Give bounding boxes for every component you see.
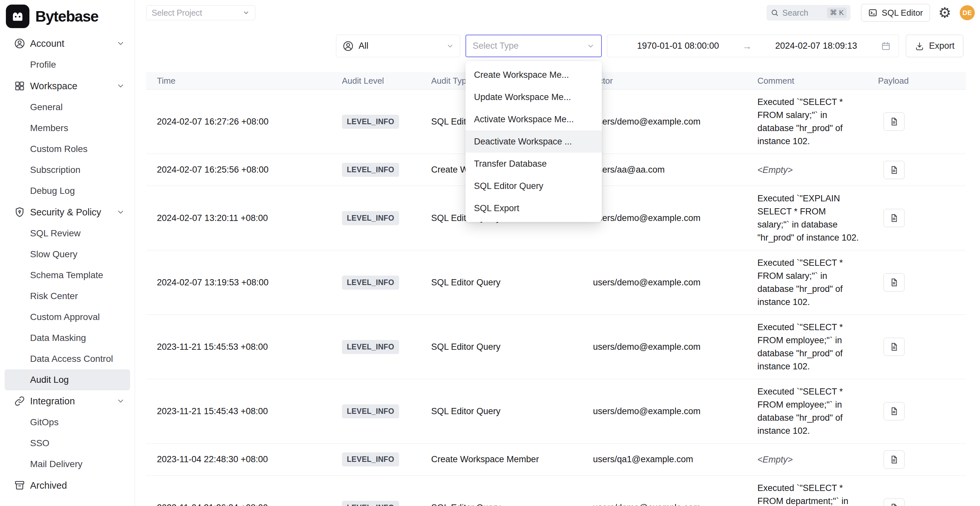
sidebar-section-account[interactable]: Account: [5, 33, 130, 54]
bytebase-logo-icon: [6, 5, 29, 28]
sidebar-item[interactable]: Custom Roles: [5, 138, 130, 159]
column-header-actor: Actor: [593, 76, 757, 86]
shield-icon: [14, 206, 25, 218]
export-label: Export: [929, 41, 955, 51]
payload-button[interactable]: [884, 450, 905, 469]
payload-button[interactable]: [884, 338, 905, 356]
cell-time: 2024-02-07 13:20:11 +08:00: [157, 213, 342, 223]
dropdown-item[interactable]: Update Workspace Me...: [466, 86, 602, 108]
cell-audit-type: SQL Editor Query: [431, 406, 593, 417]
cell-comment: <Empty>: [757, 447, 878, 472]
cell-audit-level: LEVEL_INFO: [342, 452, 431, 466]
dropdown-item[interactable]: SQL Export: [466, 197, 602, 220]
sidebar-item-label: Data Masking: [30, 333, 86, 343]
sidebar-item[interactable]: General: [5, 97, 130, 118]
sidebar-item[interactable]: Data Masking: [5, 328, 130, 348]
sql-editor-button[interactable]: SQL Editor: [861, 4, 930, 22]
sidebar-item[interactable]: Members: [5, 118, 130, 138]
cell-actor: users/aa@aa.com: [593, 165, 757, 175]
dropdown-item-label: Update Workspace Me...: [474, 92, 571, 102]
sidebar-item[interactable]: Schema Template: [5, 265, 130, 286]
cell-audit-type: SQL Editor Query: [431, 277, 593, 288]
sidebar-item[interactable]: Subscription: [5, 159, 130, 180]
dropdown-item[interactable]: Activate Workspace Me...: [466, 108, 602, 130]
export-button[interactable]: Export: [906, 35, 963, 57]
app-root: Bytebase Account Profile: [0, 0, 980, 506]
cell-time: 2024-02-07 13:19:53 +08:00: [157, 277, 342, 288]
search-input[interactable]: Search ⌘ K: [767, 5, 851, 21]
cell-comment: Executed `"SELECT * FROM salary;"` in da…: [757, 250, 878, 315]
chevron-down-icon: [116, 397, 125, 405]
sidebar-item[interactable]: SSO: [5, 433, 130, 454]
sidebar-item[interactable]: SQL Review: [5, 223, 130, 244]
dropdown-item[interactable]: Create Workspace Me...: [466, 64, 602, 86]
sidebar-item[interactable]: Mail Delivery: [5, 454, 130, 475]
table-row: 2023-11-04 22:48:30 +08:00 LEVEL_INFO Cr…: [146, 444, 966, 476]
gear-icon[interactable]: ⚙: [939, 6, 951, 20]
actor-filter-value: All: [359, 41, 368, 51]
chevron-down-icon: [116, 208, 125, 216]
cell-audit-level: LEVEL_INFO: [342, 275, 431, 290]
section-label-account: Account: [30, 38, 116, 49]
chevron-down-icon: [446, 42, 454, 50]
search-icon: [770, 8, 779, 17]
archive-icon: [14, 479, 25, 491]
cell-comment: Executed `"SELECT * FROM employee;"` in …: [757, 315, 878, 379]
type-filter-select[interactable]: Select Type Create Workspace Me... Updat…: [466, 35, 602, 57]
sidebar-item[interactable]: Slow Query: [5, 244, 130, 265]
sidebar-item[interactable]: Custom Approval: [5, 307, 130, 328]
cell-audit-level: LEVEL_INFO: [342, 340, 431, 354]
sidebar-item-label: Members: [30, 123, 68, 134]
payload-button[interactable]: [884, 209, 905, 227]
sidebar-item[interactable]: Data Access Control: [5, 348, 130, 369]
sidebar-item[interactable]: Risk Center: [5, 286, 130, 307]
payload-button[interactable]: [884, 161, 905, 179]
cell-payload: [878, 450, 966, 469]
cell-audit-level: LEVEL_INFO: [342, 404, 431, 418]
sidebar-item[interactable]: GitOps: [5, 412, 130, 433]
table-row: 2023-11-04 21:26:34 +08:00 LEVEL_INFO SQ…: [146, 476, 966, 506]
sql-editor-icon: [868, 8, 878, 18]
date-range-picker[interactable]: 1970-01-01 08:00:00 → 2024-02-07 18:09:1…: [607, 35, 899, 57]
cell-actor: users/demo@example.com: [593, 406, 757, 417]
dropdown-item[interactable]: SQL Editor Query: [466, 175, 602, 197]
payload-button[interactable]: [884, 402, 905, 420]
avatar[interactable]: DE: [960, 5, 975, 20]
sidebar-section-workspace[interactable]: Workspace: [5, 75, 130, 97]
project-select-placeholder: Select Project: [152, 8, 202, 18]
dropdown-item[interactable]: Transfer Database: [466, 153, 602, 175]
cell-audit-type: Create Workspace Member: [431, 454, 593, 465]
sidebar-section-integration[interactable]: Integration: [5, 390, 130, 412]
filter-bar: All Select Type Create Workspace Me...: [135, 35, 980, 57]
sidebar-section-security-policy[interactable]: Security & Policy: [5, 201, 130, 223]
dropdown-item-label: Activate Workspace Me...: [474, 115, 574, 124]
document-icon: [889, 277, 899, 287]
cell-time: 2023-11-04 21:26:34 +08:00: [157, 503, 342, 506]
sidebar-section-archived[interactable]: Archived: [5, 475, 130, 496]
cell-audit-level: LEVEL_INFO: [342, 115, 431, 129]
sidebar-item[interactable]: Debug Log: [5, 180, 130, 201]
sidebar-item[interactable]: Profile: [5, 54, 130, 75]
sidebar-item-label: Custom Approval: [30, 312, 100, 322]
cell-comment: <Empty>: [757, 158, 878, 182]
payload-button[interactable]: [884, 113, 905, 131]
dropdown-item[interactable]: Deactivate Workspace ...: [466, 130, 602, 153]
search-label: Search: [782, 8, 808, 18]
document-icon: [889, 342, 899, 352]
cell-actor: users/demo@example.com: [593, 213, 757, 223]
cell-time: 2024-02-07 16:25:56 +08:00: [157, 165, 342, 175]
table-row: 2023-11-21 15:45:53 +08:00 LEVEL_INFO SQ…: [146, 315, 966, 379]
sidebar-item-label: Mail Delivery: [30, 459, 83, 469]
person-circle-icon: [342, 40, 354, 52]
actor-filter-select[interactable]: All: [336, 35, 460, 57]
type-filter-placeholder: Select Type: [473, 41, 519, 51]
cell-comment: Executed `"SELECT * FROM salary;"` in da…: [757, 89, 878, 154]
column-header-audit-level: Audit Level: [342, 76, 431, 86]
column-header-comment: Comment: [757, 76, 878, 86]
sidebar-item-label: SQL Review: [30, 228, 81, 239]
payload-button[interactable]: [884, 273, 905, 291]
sidebar-item[interactable]: Audit Log: [5, 369, 130, 390]
brand-home-link[interactable]: Bytebase: [0, 0, 135, 33]
payload-button[interactable]: [884, 498, 905, 506]
project-select[interactable]: Select Project: [146, 5, 255, 20]
